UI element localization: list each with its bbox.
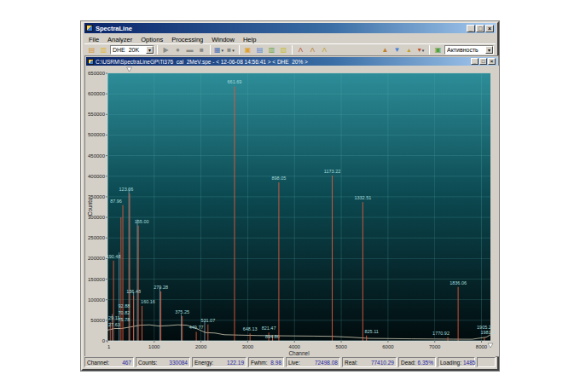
- status-label: Channel:: [87, 360, 109, 366]
- peak-fit-button[interactable]: Λ: [307, 45, 318, 55]
- minimize-button[interactable]: _: [467, 25, 475, 32]
- application-window: SpectraLine _□× FileAnalyzerOptionsProce…: [81, 21, 499, 371]
- y-axis-title: Counts: [87, 198, 93, 216]
- peak-energy-label: 1173.22: [324, 169, 340, 174]
- child-minimize-button[interactable]: _: [471, 58, 478, 65]
- menu-item-help[interactable]: Help: [239, 36, 260, 43]
- zoom-y-icon: ▼: [394, 47, 401, 54]
- activity-mode-button[interactable]: ▣: [432, 45, 444, 55]
- cursor-marker-icon[interactable]: [127, 67, 132, 72]
- y-tick-label: 650000: [88, 71, 106, 76]
- chevron-down-icon[interactable]: ▾: [146, 46, 154, 54]
- detector-combo-value: DHE_20K: [113, 47, 146, 53]
- peak-energy-label: 279.28: [154, 285, 168, 290]
- peak-fit-icon: Λ: [310, 47, 315, 54]
- peak-energy-label: 825.11: [364, 329, 378, 334]
- report-icon: ▥: [269, 47, 276, 54]
- maximize-button[interactable]: □: [476, 25, 484, 32]
- status-value: 72498.08: [315, 360, 338, 366]
- peak-energy-label: 898.05: [272, 176, 287, 181]
- spectrum-chart[interactable]: 190.4887.96123.06136.48155.00160.16279.2…: [86, 66, 499, 356]
- menu-item-window[interactable]: Window: [207, 36, 239, 43]
- peak-energy-label: 531.07: [200, 318, 215, 323]
- copy-button[interactable]: ▧: [278, 45, 289, 55]
- peak-energy-label: 661.69: [228, 79, 242, 84]
- zoom-y-button[interactable]: ▼: [392, 45, 403, 55]
- view-menu-icon: ■: [227, 47, 231, 54]
- child-title-bar: C:\USRM\SpectraLineGP\Ti376_cal_2MeV.spe…: [86, 57, 497, 66]
- child-close-button[interactable]: ×: [488, 58, 496, 65]
- dropdown-arrow-icon[interactable]: ▾: [232, 47, 235, 54]
- status-field-counts: Counts:330084: [136, 357, 190, 367]
- status-label: Real:: [345, 360, 357, 366]
- peak-energy-label: 1770.92: [432, 331, 450, 336]
- status-bar: Channel:467Counts:330084Energy:122.19Fwh…: [84, 356, 496, 367]
- peak-search-button[interactable]: Λ: [295, 45, 306, 55]
- app-icon: [86, 25, 93, 32]
- status-field-fwhm: Fwhm:8.98: [248, 357, 284, 367]
- dropdown-arrow-icon[interactable]: ▾: [422, 47, 425, 54]
- status-label: Energy:: [194, 360, 213, 366]
- x-tick-label: 1000: [148, 344, 160, 349]
- close-button[interactable]: ×: [485, 25, 494, 32]
- pause-icon: ▬: [187, 47, 194, 54]
- dropdown-arrow-icon[interactable]: ▾: [222, 47, 224, 54]
- detector-combo[interactable]: DHE_20K▾: [110, 45, 154, 55]
- stop-button[interactable]: ■: [196, 45, 207, 55]
- new-spectrum-button[interactable]: ▤: [86, 45, 97, 55]
- menu-item-file[interactable]: File: [84, 36, 103, 43]
- status-value: 330084: [169, 360, 188, 366]
- pause-button[interactable]: ▬: [184, 45, 195, 55]
- zoom-x-icon: ▲: [382, 47, 389, 54]
- view-menu-button[interactable]: ■▾: [225, 45, 236, 55]
- peak-energy-label: 190.48: [107, 254, 121, 259]
- peak-energy-label: 375.25: [175, 309, 189, 314]
- status-value: 77410.29: [371, 360, 394, 366]
- status-field-dead: Dead:6.35%: [398, 357, 436, 367]
- y-tick-label: 600000: [88, 91, 106, 96]
- x-tick-label: 3000: [242, 344, 254, 349]
- menu-bar: FileAnalyzerOptionsProcessingWindowHelp: [84, 35, 496, 43]
- child-maximize-button[interactable]: □: [479, 58, 487, 65]
- start-acquisition-icon: ▶: [163, 47, 168, 54]
- x-tick-label: 2000: [195, 344, 207, 349]
- zoom-x-button[interactable]: ▲: [380, 45, 391, 55]
- save-button[interactable]: ▤: [254, 45, 265, 55]
- range-end-marker-icon[interactable]: [488, 343, 493, 348]
- plot-background[interactable]: [107, 73, 490, 341]
- chevron-down-icon[interactable]: ▾: [485, 46, 493, 54]
- background-button[interactable]: Λ: [319, 45, 330, 55]
- status-label: Dead:: [401, 360, 415, 366]
- chart-area: 190.4887.96123.06136.48155.00160.16279.2…: [86, 66, 499, 356]
- menu-item-options[interactable]: Options: [136, 36, 167, 43]
- status-label: Loading:: [440, 360, 461, 366]
- record-button[interactable]: ●: [172, 45, 183, 55]
- report-button[interactable]: ▥: [266, 45, 277, 55]
- menu-item-processing[interactable]: Processing: [167, 36, 207, 43]
- annotation-label: 27.63: [108, 322, 120, 327]
- start-acquisition-button[interactable]: ▶: [160, 45, 171, 55]
- spectrum-file-title: C:\USRM\SpectraLineGP\Ti376_cal_2MeV.spe…: [96, 59, 469, 65]
- y-tick-label: 150000: [88, 277, 106, 282]
- peak-energy-label: 1332.51: [354, 195, 371, 200]
- x-tick-label: 6000: [382, 344, 394, 349]
- mode-combo[interactable]: Активность▾: [444, 45, 494, 55]
- status-filler: [477, 357, 496, 367]
- background-icon: Λ: [322, 47, 327, 54]
- menu-item-analyzer[interactable]: Analyzer: [103, 36, 136, 43]
- x-tick-label: 8000: [476, 344, 488, 349]
- status-field-loading: Loading:1485: [438, 357, 475, 367]
- mode-combo-value: Активность: [447, 47, 485, 53]
- open-spectrum-button[interactable]: ▥: [98, 45, 109, 55]
- y-tick-label: 400000: [88, 174, 106, 179]
- annotation-label: 1981.1: [480, 330, 495, 335]
- peak-energy-label: 1836.06: [450, 280, 467, 285]
- log-scale-button[interactable]: ▾▾: [415, 45, 426, 55]
- zoom-auto-button[interactable]: ▴: [403, 45, 415, 55]
- new-spectrum-icon: ▤: [89, 47, 96, 54]
- scale-menu-button[interactable]: ▦▾: [213, 45, 224, 55]
- open-folder-button[interactable]: ▣: [242, 45, 253, 55]
- peak-energy-label: 449.77: [189, 325, 204, 330]
- x-axis-title: Channel: [288, 350, 310, 356]
- status-label: Counts:: [138, 360, 157, 366]
